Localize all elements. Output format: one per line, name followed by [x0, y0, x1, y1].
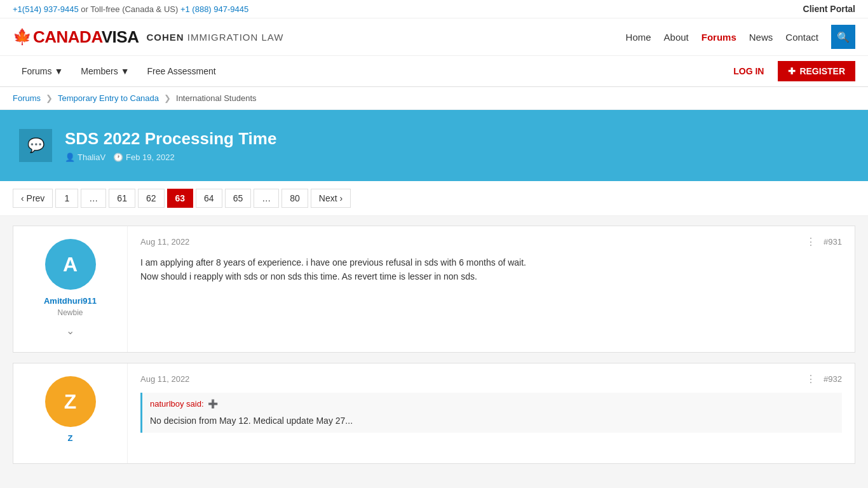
quote-body-932: No decision from May 12. Medical update …	[150, 414, 834, 428]
search-button[interactable]: 🔍	[831, 25, 855, 49]
page-80-button[interactable]: 80	[281, 189, 308, 208]
page-65-button[interactable]: 65	[225, 189, 252, 208]
post-card-932: Z Z Aug 11, 2022 ⋮ #932 naturlboy said: …	[13, 363, 855, 464]
breadcrumb-sep-2: ❯	[164, 93, 171, 103]
plus-icon: ✚	[788, 66, 796, 76]
client-portal-link[interactable]: Client Portal	[803, 4, 855, 14]
user-role-931: Newbie	[57, 308, 83, 317]
post-content-932: Aug 11, 2022 ⋮ #932 naturlboy said: ➕ No…	[128, 363, 855, 463]
expand-user-button-931[interactable]: ⌄	[64, 322, 77, 339]
page-61-button[interactable]: 61	[109, 189, 135, 208]
nav-free-assessment-item[interactable]: Free Assessment	[139, 56, 225, 86]
logo-cohen: COHEN IMMIGRATION LAW	[146, 32, 283, 43]
separator-text: or Toll-free (Canada & US)	[81, 4, 180, 14]
login-button[interactable]: LOG IN	[726, 61, 771, 81]
site-logo: 🍁 CANADAVISA COHEN IMMIGRATION LAW	[13, 27, 283, 47]
page-ellipsis-1: …	[81, 189, 106, 208]
nav-contact[interactable]: Contact	[785, 32, 818, 43]
chevron-down-icon: ▼	[54, 66, 63, 76]
post-actions-932: ⋮ #932	[806, 373, 842, 385]
breadcrumb: Forums ❯ Temporary Entry to Canada ❯ Int…	[0, 87, 868, 110]
nav-members-item[interactable]: Members ▼	[72, 56, 138, 86]
main-nav: Home About Forums News Contact 🔍	[626, 25, 855, 49]
chevron-down-icon-2: ▼	[121, 66, 130, 76]
thread-author: 👤 ThaliaV	[65, 152, 105, 162]
username-931[interactable]: Amitdhuri911	[44, 296, 97, 306]
thread-date: 🕐 Feb 19, 2022	[113, 152, 175, 162]
logo-canada-text: CANADA	[33, 27, 102, 46]
top-bar: +1(514) 937-9445 or Toll-free (Canada & …	[0, 0, 868, 18]
post-date-931: Aug 11, 2022	[140, 237, 189, 247]
breadcrumb-temporary-entry[interactable]: Temporary Entry to Canada	[58, 93, 159, 103]
share-icon-931[interactable]: ⋮	[806, 236, 816, 248]
logo-text: CANADAVISA	[33, 27, 139, 47]
page-63-button[interactable]: 63	[167, 189, 194, 208]
thread-meta: 👤 ThaliaV 🕐 Feb 19, 2022	[65, 152, 276, 162]
thread-type-icon: 💬	[19, 129, 52, 162]
nav-about[interactable]: About	[664, 32, 689, 43]
page-62-button[interactable]: 62	[138, 189, 165, 208]
breadcrumb-sep-1: ❯	[46, 93, 53, 103]
page-ellipsis-2: …	[254, 189, 279, 208]
top-bar-contact: +1(514) 937-9445 or Toll-free (Canada & …	[13, 4, 248, 14]
register-button[interactable]: ✚ REGISTER	[778, 61, 855, 81]
post-header-932: Aug 11, 2022 ⋮ #932	[140, 373, 842, 385]
thread-title: SDS 2022 Processing Time	[65, 129, 276, 149]
posts-content: A Amitdhuri911 Newbie ⌄ Aug 11, 2022 ⋮ #…	[0, 216, 868, 484]
page-64-button[interactable]: 64	[196, 189, 222, 208]
maple-leaf-icon: 🍁	[13, 28, 32, 46]
nav-forums[interactable]: Forums	[702, 32, 736, 43]
quote-block-932: naturlboy said: ➕ No decision from May 1…	[140, 393, 842, 433]
quote-author-932: naturlboy said: ➕	[150, 398, 834, 411]
username-932[interactable]: Z	[68, 433, 73, 443]
logo-canadavisa: 🍁 CANADAVISA	[13, 27, 139, 47]
post-actions-931: ⋮ #931	[806, 236, 842, 248]
avatar-932: Z	[45, 376, 96, 427]
nav-home[interactable]: Home	[626, 32, 651, 43]
next-page-button[interactable]: Next ›	[311, 189, 351, 208]
secondary-nav-right: LOG IN ✚ REGISTER	[726, 61, 855, 81]
post-body-932: naturlboy said: ➕ No decision from May 1…	[140, 393, 842, 433]
user-icon: 👤	[65, 152, 75, 162]
site-header: 🍁 CANADAVISA COHEN IMMIGRATION LAW Home …	[0, 18, 868, 56]
secondary-nav: Forums ▼ Members ▼ Free Assessment LOG I…	[0, 56, 868, 87]
share-icon-932[interactable]: ⋮	[806, 373, 816, 385]
post-body-931: I am applying after 8 years of experienc…	[140, 255, 842, 284]
phone1-link[interactable]: +1(514) 937-9445	[13, 4, 79, 14]
prev-page-button[interactable]: ‹ Prev	[13, 189, 53, 208]
thread-info: SDS 2022 Processing Time 👤 ThaliaV 🕐 Feb…	[65, 129, 276, 162]
pagination-bar: ‹ Prev 1 … 61 62 63 64 65 … 80 Next ›	[0, 181, 868, 216]
nav-forums-item[interactable]: Forums ▼	[13, 56, 72, 86]
secondary-nav-left: Forums ▼ Members ▼ Free Assessment	[13, 56, 225, 86]
phone2-link[interactable]: +1 (888) 947-9445	[180, 4, 248, 14]
breadcrumb-current: International Students	[176, 93, 256, 103]
breadcrumb-forums[interactable]: Forums	[13, 93, 41, 103]
nav-news[interactable]: News	[749, 32, 773, 43]
clock-icon: 🕐	[113, 152, 123, 162]
post-sidebar-932: Z Z	[13, 363, 128, 463]
thread-header: 💬 SDS 2022 Processing Time 👤 ThaliaV 🕐 F…	[0, 110, 868, 181]
post-number-931: #931	[824, 237, 842, 247]
post-date-932: Aug 11, 2022	[140, 374, 189, 384]
post-content-931: Aug 11, 2022 ⋮ #931 I am applying after …	[128, 226, 855, 352]
post-sidebar-931: A Amitdhuri911 Newbie ⌄	[13, 226, 128, 352]
post-header-931: Aug 11, 2022 ⋮ #931	[140, 236, 842, 248]
post-card-931: A Amitdhuri911 Newbie ⌄ Aug 11, 2022 ⋮ #…	[13, 226, 855, 353]
avatar-931: A	[45, 239, 96, 290]
quote-expand-icon: ➕	[208, 398, 218, 411]
post-number-932: #932	[824, 374, 842, 384]
page-1-button[interactable]: 1	[55, 189, 78, 208]
logo-visa-text: VISA	[102, 27, 139, 46]
